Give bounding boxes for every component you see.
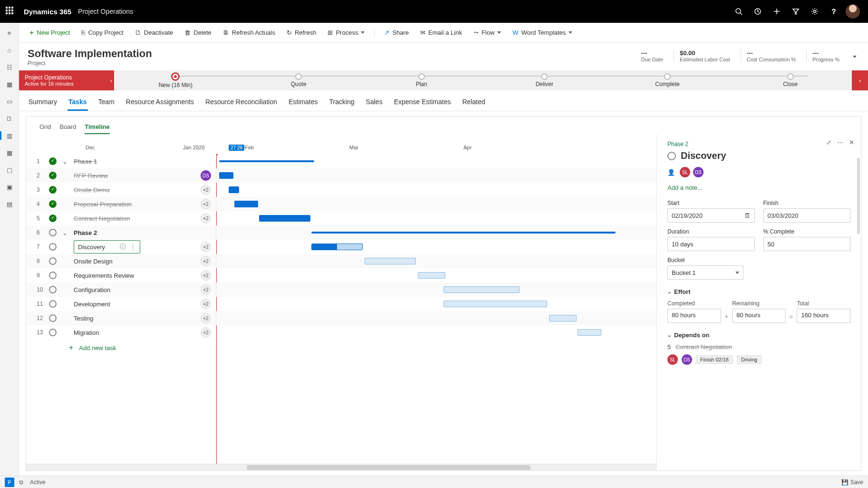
add-note-link[interactable]: Add a note... (667, 184, 850, 191)
add-task-button[interactable]: +Add new task (26, 340, 216, 356)
word-templates-button[interactable]: WWord Templates (508, 27, 577, 38)
tab-team[interactable]: Team (97, 95, 116, 111)
effort-remaining-input[interactable]: 80 hours (732, 309, 786, 323)
task-recorder-icon[interactable] (748, 2, 767, 21)
assignee-sl[interactable]: SL (680, 167, 690, 177)
tab-related[interactable]: Related (461, 95, 486, 111)
calendar-icon[interactable]: 🗓 (744, 212, 751, 219)
new-project-button[interactable]: +New Project (25, 27, 75, 39)
task-status-icon[interactable] (49, 272, 57, 279)
gantt-bar[interactable] (444, 301, 547, 307)
gantt-bar[interactable] (444, 286, 520, 293)
tab-summary[interactable]: Summary (28, 95, 58, 111)
flag-collapse-icon[interactable]: ‹ (110, 77, 112, 84)
task-row[interactable]: 9Requirements Review+2 (26, 268, 216, 283)
task-row[interactable]: 1⌄Phase 1 (26, 154, 216, 168)
task-row[interactable]: 5Contract Negotiation+2 (26, 211, 216, 225)
nav-item-2-icon[interactable]: 🗋 (2, 112, 17, 125)
flow-button[interactable]: ⤳Flow (469, 27, 506, 38)
tab-resource-reconciliation[interactable]: Resource Reconciliation (204, 95, 278, 111)
task-row[interactable]: 4Proposal Preparation+2 (26, 197, 216, 211)
assignee-count-badge[interactable]: +2 (201, 185, 211, 195)
process-button[interactable]: ⊞Process (323, 27, 369, 38)
nav-item-5-icon[interactable]: ▣ (2, 181, 17, 193)
popout-icon[interactable]: ⧉ (19, 479, 23, 486)
nav-item-1-icon[interactable]: ▭ (2, 95, 17, 107)
filter-icon[interactable] (786, 2, 805, 21)
bucket-select[interactable]: Bucket 1 (667, 265, 743, 280)
nav-item-4-icon[interactable]: ▢ (2, 164, 17, 176)
assignee-ds[interactable]: DS (693, 167, 704, 177)
help-icon[interactable]: ? (824, 2, 843, 21)
close-icon[interactable]: ✕ (849, 139, 854, 146)
start-input[interactable]: 02/19/2020🗓 (667, 208, 755, 223)
task-status-icon[interactable] (49, 172, 57, 179)
gantt-bar[interactable] (259, 215, 310, 222)
info-icon[interactable]: ⓘ (120, 243, 126, 251)
process-next-button[interactable]: › (852, 70, 868, 90)
task-status-icon[interactable] (49, 300, 57, 308)
gantt-hscroll[interactable] (26, 464, 656, 470)
gantt-bar[interactable] (229, 186, 239, 193)
more-icon[interactable]: ⋯ (837, 139, 843, 146)
home-icon[interactable]: ⌂ (2, 44, 17, 56)
effort-total-input[interactable]: 160 hours (797, 309, 850, 323)
expand-icon[interactable]: ⌄ (62, 158, 68, 165)
tab-tasks[interactable]: Tasks (68, 95, 88, 111)
search-icon[interactable] (729, 2, 748, 21)
recent-icon[interactable]: ☷ (2, 61, 17, 73)
duration-input[interactable]: 10 days (667, 237, 755, 251)
depends-section-header[interactable]: ⌄Depends on (667, 332, 850, 339)
pinned-icon[interactable]: ▦ (2, 78, 17, 90)
assignee-count-badge[interactable]: +2 (201, 213, 211, 224)
task-row[interactable]: 13Migration+2 (26, 325, 216, 340)
detail-vscroll[interactable] (857, 158, 860, 234)
effort-completed-input[interactable]: 80 hours (667, 309, 721, 323)
gantt-bar[interactable] (418, 272, 445, 279)
assignee-count-badge[interactable]: +2 (201, 284, 211, 295)
gantt-bar[interactable] (311, 232, 616, 234)
expand-icon[interactable]: ⤢ (826, 139, 831, 146)
task-status-icon[interactable] (49, 215, 57, 222)
gantt-bar[interactable] (578, 329, 601, 336)
effort-section-header[interactable]: ⌄Effort (667, 288, 850, 295)
gantt-bar[interactable] (365, 258, 416, 264)
share-button[interactable]: ↗Share (379, 27, 414, 38)
people-icon[interactable]: 👤 (667, 169, 675, 176)
task-status-icon[interactable] (49, 200, 57, 208)
task-status-icon[interactable] (49, 257, 57, 265)
tab-tracking[interactable]: Tracking (328, 95, 355, 111)
nav-item-6-icon[interactable]: ▤ (2, 198, 17, 210)
delete-button[interactable]: 🗑Delete (180, 27, 216, 38)
viewtab-grid[interactable]: Grid (39, 121, 51, 134)
assignee-count-badge[interactable]: +2 (201, 270, 211, 281)
task-row[interactable]: 11Development+2 (26, 297, 216, 311)
area-switcher-button[interactable]: P (5, 478, 14, 487)
more-icon[interactable]: ⋮ (130, 244, 136, 251)
email-link-button[interactable]: ✉Email a Link (415, 27, 467, 38)
task-status-icon[interactable] (49, 286, 57, 293)
process-flag[interactable]: Project Operations Active for 16 minutes… (19, 70, 114, 90)
hamburger-icon[interactable]: ≡ (2, 27, 17, 39)
task-status-icon[interactable] (49, 243, 57, 251)
task-status-icon[interactable] (49, 186, 57, 194)
assignee-count-badge[interactable]: +2 (201, 256, 211, 266)
tab-expense-estimates[interactable]: Expense Estimates (393, 95, 452, 111)
task-row[interactable]: 3Onsite Demo+2 (26, 183, 216, 197)
tab-estimates[interactable]: Estimates (288, 95, 318, 111)
gantt-bar[interactable] (219, 160, 314, 162)
settings-icon[interactable] (805, 2, 824, 21)
stage-new[interactable]: New (16 Min) (114, 72, 237, 88)
copy-project-button[interactable]: ⎘Copy Project (77, 27, 128, 38)
gantt-bar[interactable] (549, 315, 577, 322)
task-status-icon[interactable] (49, 314, 57, 322)
assignee-count-badge[interactable]: +2 (201, 299, 211, 309)
task-row[interactable]: 7Discoveryⓘ⋮+2 (26, 240, 216, 254)
gantt-bar[interactable] (219, 172, 233, 179)
assignee-count-badge[interactable]: +2 (201, 313, 211, 323)
dependency-row[interactable]: 5 Contract Negotiation (667, 343, 850, 351)
tab-sales[interactable]: Sales (365, 95, 384, 111)
deactivate-button[interactable]: 🗋Deactivate (130, 27, 178, 38)
viewtab-timeline[interactable]: Timeline (85, 121, 110, 134)
task-status-icon[interactable] (49, 157, 57, 165)
